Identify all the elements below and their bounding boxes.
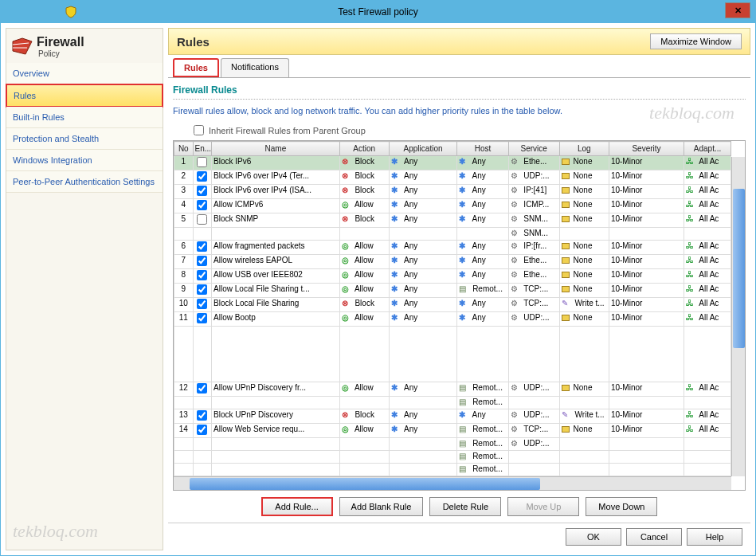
add-rule-button[interactable]: Add Rule... (261, 497, 333, 516)
adapter-icon: 🖧 (686, 313, 695, 323)
adapter-icon: 🖧 (686, 256, 695, 265)
gear-icon: ⚙ (511, 157, 520, 166)
enable-checkbox[interactable] (197, 410, 207, 421)
ok-button[interactable]: OK (566, 528, 621, 546)
log-none-icon (562, 173, 570, 179)
enable-checkbox[interactable] (197, 270, 207, 280)
host-icon: ▤ (459, 284, 468, 294)
log-none-icon (562, 202, 570, 208)
any-icon: ✱ (459, 214, 468, 224)
help-button[interactable]: Help (687, 528, 742, 546)
adapter-icon: 🖧 (686, 214, 695, 224)
vertical-scrollbar[interactable] (731, 157, 745, 476)
page-title: Rules (177, 35, 210, 49)
enable-checkbox[interactable] (197, 383, 207, 394)
enable-checkbox[interactable] (197, 299, 207, 309)
table-row[interactable]: 1Block IPv6⊗ Block✱ Any✱ Any⚙ Ethe... No… (174, 156, 731, 170)
gear-icon: ⚙ (511, 186, 520, 195)
table-row-cont: ▤ Remot... (174, 397, 731, 409)
enable-checkbox[interactable] (197, 200, 207, 210)
move-down-button[interactable]: Move Down (586, 497, 657, 516)
block-icon: ⊗ (342, 214, 351, 224)
block-icon: ⊗ (342, 171, 351, 181)
any-icon: ✱ (459, 186, 468, 195)
any-icon: ✱ (391, 299, 401, 308)
gear-icon: ⚙ (511, 229, 520, 238)
delete-rule-button[interactable]: Delete Rule (429, 497, 501, 516)
table-row[interactable]: 12Allow UPnP Discovery fr...◎ Allow✱ Any… (174, 382, 731, 397)
sidebar-item-windows-integration[interactable]: Windows Integration (6, 150, 163, 171)
enable-checkbox[interactable] (197, 256, 207, 266)
table-row[interactable]: 7Allow wireless EAPOL◎ Allow✱ Any✱ Any⚙ … (174, 255, 731, 269)
gear-icon: ⚙ (511, 270, 520, 280)
any-icon: ✱ (391, 383, 401, 393)
adapter-icon: 🖧 (686, 284, 695, 294)
gear-icon: ⚙ (511, 214, 520, 224)
sidebar-item-protection-and-stealth[interactable]: Protection and Stealth (6, 128, 163, 150)
enable-checkbox[interactable] (197, 157, 207, 167)
enable-checkbox[interactable] (197, 313, 207, 323)
enable-checkbox[interactable] (197, 214, 207, 225)
table-row[interactable]: 11Allow Bootp◎ Allow✱ Any✱ Any⚙ UDP:... … (174, 312, 731, 327)
table-row[interactable]: 4Allow ICMPv6◎ Allow✱ Any✱ Any⚙ ICMP... … (174, 199, 731, 213)
inherit-checkbox[interactable] (194, 125, 204, 135)
block-icon: ⊗ (342, 186, 351, 195)
allow-icon: ◎ (342, 256, 351, 265)
column-header[interactable]: En... (193, 142, 212, 156)
table-row[interactable]: 14Allow Web Service requ...◎ Allow✱ Any▤… (174, 424, 731, 438)
column-header[interactable]: Log (559, 142, 609, 156)
column-header[interactable]: Adapt... (684, 142, 731, 156)
sidebar-item-built-in-rules[interactable]: Built-in Rules (6, 107, 163, 128)
enable-checkbox[interactable] (197, 171, 207, 182)
tab-rules[interactable]: Rules (173, 58, 219, 77)
allow-icon: ◎ (342, 241, 351, 251)
host-icon: ▤ (459, 397, 468, 407)
enable-checkbox[interactable] (197, 241, 207, 252)
sidebar-item-rules[interactable]: Rules (6, 84, 163, 108)
tab-notifications[interactable]: Notifications (221, 58, 289, 77)
table-row-cont: ▤ Remot...⚙ UDP:... (174, 438, 731, 451)
enable-checkbox[interactable] (197, 284, 207, 295)
close-button[interactable]: ✕ (725, 2, 750, 18)
any-icon: ✱ (391, 241, 401, 251)
horizontal-scrollbar[interactable] (174, 476, 731, 490)
sidebar-item-overview[interactable]: Overview (6, 63, 163, 84)
add-blank-rule-button[interactable]: Add Blank Rule (339, 497, 424, 516)
column-header[interactable]: Host (457, 142, 508, 156)
sidebar: Firewall Policy OverviewRulesBuilt-in Ru… (6, 28, 163, 550)
sidebar-title: Firewall (37, 35, 84, 49)
table-row[interactable]: 6Allow fragmented packets◎ Allow✱ Any✱ A… (174, 241, 731, 255)
log-write-icon: ✎ (562, 299, 571, 308)
table-row[interactable]: 3Block IPv6 over IPv4 (ISA...⊗ Block✱ An… (174, 185, 731, 199)
enable-checkbox[interactable] (197, 425, 207, 435)
column-header[interactable]: No (174, 142, 194, 156)
any-icon: ✱ (459, 299, 468, 308)
table-row[interactable]: 8Allow USB over IEEE802◎ Allow✱ Any✱ Any… (174, 269, 731, 284)
rules-table: NoEn...NameActionApplicationHostServiceL… (174, 141, 731, 476)
host-icon: ▤ (459, 439, 468, 448)
table-row[interactable]: 2Block IPv6 over IPv4 (Ter...⊗ Block✱ An… (174, 170, 731, 185)
table-row[interactable]: 10Block Local File Sharing⊗ Block✱ Any✱ … (174, 298, 731, 312)
table-row[interactable]: 5Block SNMP⊗ Block✱ Any✱ Any⚙ SNM... Non… (174, 213, 731, 228)
cancel-button[interactable]: Cancel (626, 528, 682, 546)
column-header[interactable]: Service (508, 142, 559, 156)
sidebar-item-peer-to-peer-authentication-settings[interactable]: Peer-to-Peer Authentication Settings (6, 171, 163, 193)
column-header[interactable]: Severity (609, 142, 684, 156)
host-icon: ▤ (459, 383, 468, 393)
enable-checkbox[interactable] (197, 186, 207, 196)
any-icon: ✱ (391, 157, 401, 166)
table-row[interactable]: 9Allow Local File Sharing t...◎ Allow✱ A… (174, 284, 731, 298)
any-icon: ✱ (391, 410, 401, 420)
gear-icon: ⚙ (511, 425, 520, 434)
log-none-icon (562, 257, 570, 264)
maximize-button[interactable]: Maximize Window (650, 33, 742, 49)
column-header[interactable]: Name (212, 142, 340, 156)
any-icon: ✱ (391, 270, 401, 280)
move-up-button[interactable]: Move Up (507, 497, 579, 516)
divider (173, 99, 746, 100)
column-header[interactable]: Application (389, 142, 457, 156)
gear-icon: ⚙ (511, 383, 520, 393)
table-row[interactable]: 13Block UPnP Discovery⊗ Block✱ Any✱ Any⚙… (174, 409, 731, 424)
column-header[interactable]: Action (339, 142, 389, 156)
table-row-cont: ▤ Remot... (174, 451, 731, 464)
